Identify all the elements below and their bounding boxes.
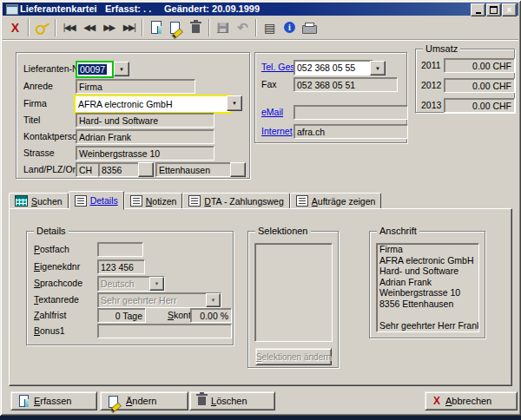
eigenekdnr-label: Eigenekdnr	[34, 261, 80, 272]
toolbar-separator	[255, 19, 257, 36]
plz-lookup-button[interactable]	[138, 162, 154, 177]
cancel-button[interactable]: X	[5, 18, 25, 37]
selektionen-listbox[interactable]	[254, 243, 333, 342]
previous-record-button[interactable]: ◀◀	[79, 18, 99, 37]
land-plz-ort-label: Land/PLZ/Ort	[23, 164, 78, 174]
info-button[interactable]: i	[280, 18, 300, 37]
dropdown-arrow-icon: ▼	[119, 67, 124, 72]
contact-group: Tel. Geschäft 052 368 05 55 ▼ Fax 052 36…	[254, 52, 407, 143]
umsatz-value-field: 0.00 CHF	[444, 58, 515, 73]
toolbar-separator	[28, 19, 30, 36]
application-window: Lieferantenkartei Erfasst: . . Geändert:…	[0, 0, 521, 416]
abbrechen-button[interactable]: X Abbrechen	[425, 391, 518, 410]
save-disk-icon	[217, 23, 228, 33]
minimize-button[interactable]	[471, 3, 485, 16]
key-icon	[33, 19, 51, 35]
eigenekdnr-field[interactable]: 123 456	[97, 259, 145, 274]
anschrift-title: Anschrift	[377, 226, 419, 236]
postfach-label: Postfach	[34, 244, 69, 254]
new-document-icon	[151, 21, 162, 34]
kontaktperson-field[interactable]: Adrian Frank	[76, 129, 214, 144]
save-record-button	[213, 18, 233, 37]
sprachcode-value: Deutsch	[98, 279, 149, 289]
loeschen-button[interactable]: Löschen	[189, 391, 275, 410]
edit-record-button[interactable]	[166, 18, 186, 37]
textanrede-value: Sehr geehrter Herr	[98, 295, 206, 305]
dropdown-arrow-icon: ▼	[232, 101, 237, 106]
last-record-button[interactable]: ▶▶|	[119, 18, 139, 37]
toolbar-separator	[208, 19, 210, 36]
tab-suchen[interactable]: Suchen	[9, 193, 69, 209]
bonus1-label: Bonus1	[34, 325, 65, 336]
anrede-label: Anrede	[23, 81, 53, 91]
screen: Lieferantenkartei Erfasst: . . Geändert:…	[0, 0, 521, 420]
selektionen-aendern-button: Selektionen ändern	[255, 348, 332, 365]
plz-field[interactable]: 8356	[98, 162, 142, 177]
lieferanten-nr-field[interactable]: 00097	[76, 61, 114, 78]
tab-details[interactable]: Details	[69, 191, 124, 210]
first-record-button[interactable]: |◀◀	[59, 18, 79, 37]
postfach-field[interactable]	[97, 242, 143, 257]
delete-record-button[interactable]	[186, 18, 206, 37]
internet-field[interactable]: afra.ch	[293, 124, 408, 139]
toolbar: X |◀◀ ◀◀ ▶▶ ▶▶| ↶ ▤ i	[3, 16, 518, 40]
bonus1-field[interactable]	[97, 324, 232, 338]
address-line: 8356 Ettenhausen	[377, 299, 478, 310]
tab-notizen[interactable]: Notizen	[124, 193, 183, 209]
titel-field[interactable]: Hard- und Software	[76, 113, 214, 128]
firma-dropdown[interactable]: ▼	[227, 95, 242, 111]
toolbar-separator	[55, 19, 56, 36]
email-link[interactable]: eMail	[261, 107, 283, 117]
report-button[interactable]: ▤	[260, 18, 280, 37]
address-line: Sehr geehrter Herr Frank	[377, 320, 478, 331]
previous-record-icon: ◀◀	[83, 23, 94, 32]
titel-label: Titel	[23, 115, 40, 125]
lieferanten-nr-dropdown[interactable]: ▼	[114, 62, 129, 76]
textanrede-combo: Sehr geehrter Herr ▼	[97, 292, 221, 308]
supplier-group: Lieferanten-Nr. 00097 ▼ Anrede Firma Fir…	[16, 52, 250, 179]
fax-field[interactable]: 052 368 05 51	[293, 77, 398, 92]
firma-label: Firma	[23, 98, 47, 108]
tab-notizen-label: Notizen	[146, 196, 177, 207]
dropdown-arrow-icon: ▼	[206, 293, 221, 307]
tab-auftraege-label: Aufträge zeigen	[312, 196, 376, 207]
erfassen-button[interactable]: Erfassen	[10, 391, 97, 410]
undo-button: ↶	[233, 18, 253, 37]
erfassen-label: Erfassen	[34, 396, 71, 406]
umsatz-value-field: 0.00 CHF	[444, 78, 515, 93]
address-line: Hard- und Software	[377, 266, 478, 277]
zahlfrist-label: Zahlfrist	[34, 310, 66, 320]
email-field[interactable]	[293, 105, 408, 120]
umsatz-value-field: 0.00 CHF	[444, 98, 515, 113]
print-button[interactable]	[300, 18, 320, 37]
key-button[interactable]	[32, 18, 52, 37]
skonto-field[interactable]: 0.00 %	[190, 308, 232, 323]
anrede-field[interactable]: Firma	[76, 79, 195, 94]
aendern-button[interactable]: Ändern	[100, 391, 188, 410]
zahlfrist-field[interactable]: 0 Tage	[97, 308, 146, 323]
tab-bar: Suchen Details Notizen DTA - Zahlungsweg…	[9, 192, 381, 209]
ort-lookup-button[interactable]	[230, 162, 246, 177]
tab-auftraege-zeigen[interactable]: Aufträge zeigen	[290, 193, 382, 209]
tel-geschaeft-field[interactable]: 052 368 05 55	[293, 60, 373, 75]
new-record-button[interactable]	[146, 18, 166, 37]
ort-field[interactable]: Ettenhausen	[155, 162, 234, 177]
tel-dropdown[interactable]: ▼	[370, 61, 386, 75]
window-controls: ×	[471, 3, 517, 16]
tab-dta-zahlungsweg[interactable]: DTA - Zahlungsweg	[182, 193, 289, 209]
strasse-field[interactable]: Weinbergstrasse 10	[76, 146, 214, 161]
edit-pencil-icon	[170, 22, 182, 33]
next-record-icon: ▶▶	[103, 23, 114, 32]
erfasst-label: Erfasst: . .	[105, 3, 151, 14]
internet-link[interactable]: Internet	[261, 126, 293, 136]
printer-icon	[302, 25, 317, 34]
firma-field[interactable]: AFRA electronic GmbH	[74, 95, 232, 114]
kontaktperson-label: Kontaktperson	[23, 131, 82, 141]
info-icon: i	[284, 22, 295, 33]
maximize-button[interactable]	[486, 3, 501, 16]
aendern-label: Ändern	[126, 396, 156, 406]
details-group: Details Postfach Eigenekdnr 123 456 Spra…	[26, 231, 234, 345]
trash-icon	[198, 397, 206, 405]
close-button[interactable]: ×	[502, 3, 517, 16]
next-record-button[interactable]: ▶▶	[99, 18, 119, 37]
